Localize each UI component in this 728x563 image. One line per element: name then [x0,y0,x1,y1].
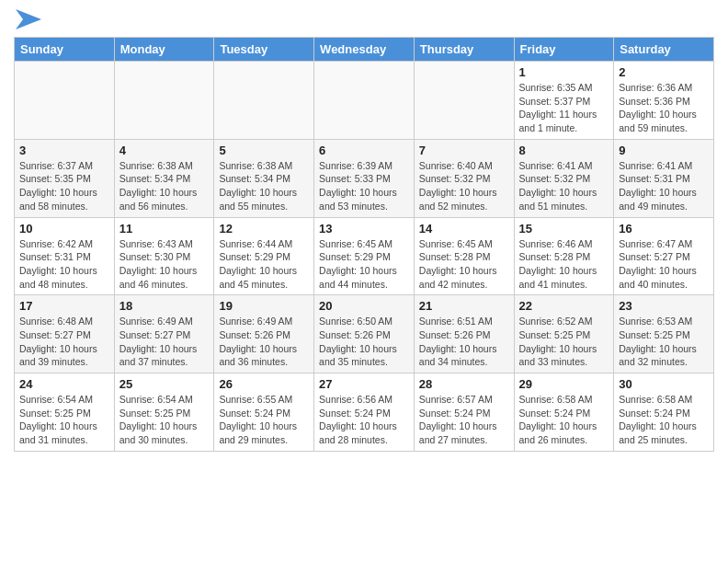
calendar-cell: 1Sunrise: 6:35 AM Sunset: 5:37 PM Daylig… [514,62,614,140]
day-info: Sunrise: 6:39 AM Sunset: 5:33 PM Dayligh… [319,159,409,213]
calendar-cell: 28Sunrise: 6:57 AM Sunset: 5:24 PM Dayli… [414,373,514,452]
calendar-cell [114,62,214,140]
calendar-cell [314,62,415,140]
day-info: Sunrise: 6:56 AM Sunset: 5:24 PM Dayligh… [319,393,409,447]
day-info: Sunrise: 6:38 AM Sunset: 5:34 PM Dayligh… [119,159,210,213]
calendar-cell: 11Sunrise: 6:43 AM Sunset: 5:30 PM Dayli… [114,217,214,295]
day-number: 16 [619,222,709,236]
weekday-header-friday: Friday [514,38,614,62]
logo-icon [16,9,41,29]
day-number: 22 [519,299,609,313]
weekday-header-thursday: Thursday [414,38,514,62]
calendar-week-row: 3Sunrise: 6:37 AM Sunset: 5:35 PM Daylig… [15,139,714,217]
calendar-cell: 4Sunrise: 6:38 AM Sunset: 5:34 PM Daylig… [114,139,214,217]
day-number: 19 [219,299,309,313]
day-info: Sunrise: 6:51 AM Sunset: 5:26 PM Dayligh… [419,315,509,369]
day-number: 10 [19,222,109,236]
calendar-cell: 19Sunrise: 6:49 AM Sunset: 5:26 PM Dayli… [214,295,314,373]
day-number: 8 [519,144,609,157]
calendar-cell: 24Sunrise: 6:54 AM Sunset: 5:25 PM Dayli… [15,373,115,452]
day-info: Sunrise: 6:45 AM Sunset: 5:29 PM Dayligh… [319,237,409,292]
calendar-week-row: 10Sunrise: 6:42 AM Sunset: 5:31 PM Dayli… [15,217,714,295]
day-info: Sunrise: 6:38 AM Sunset: 5:34 PM Dayligh… [219,159,309,213]
calendar-cell: 16Sunrise: 6:47 AM Sunset: 5:27 PM Dayli… [614,217,714,295]
calendar-cell: 25Sunrise: 6:54 AM Sunset: 5:25 PM Dayli… [114,373,214,452]
weekday-header-monday: Monday [114,38,214,62]
calendar-cell: 6Sunrise: 6:39 AM Sunset: 5:33 PM Daylig… [314,139,415,217]
day-info: Sunrise: 6:50 AM Sunset: 5:26 PM Dayligh… [319,315,409,369]
calendar-cell: 29Sunrise: 6:58 AM Sunset: 5:24 PM Dayli… [514,373,614,452]
day-number: 24 [19,377,109,391]
day-info: Sunrise: 6:49 AM Sunset: 5:27 PM Dayligh… [119,315,210,369]
day-info: Sunrise: 6:48 AM Sunset: 5:27 PM Dayligh… [19,315,109,369]
weekday-header-wednesday: Wednesday [314,38,415,62]
day-info: Sunrise: 6:47 AM Sunset: 5:27 PM Dayligh… [619,237,709,292]
day-number: 27 [319,377,409,391]
day-number: 1 [519,65,609,79]
calendar-cell: 27Sunrise: 6:56 AM Sunset: 5:24 PM Dayli… [314,373,415,452]
day-number: 23 [619,299,709,313]
calendar-cell: 5Sunrise: 6:38 AM Sunset: 5:34 PM Daylig… [214,139,314,217]
calendar-cell: 20Sunrise: 6:50 AM Sunset: 5:26 PM Dayli… [314,295,415,373]
day-info: Sunrise: 6:54 AM Sunset: 5:25 PM Dayligh… [119,393,210,447]
calendar-cell: 26Sunrise: 6:55 AM Sunset: 5:24 PM Dayli… [214,373,314,452]
weekday-header-sunday: Sunday [15,38,115,62]
day-number: 18 [119,299,210,313]
calendar-week-row: 1Sunrise: 6:35 AM Sunset: 5:37 PM Daylig… [15,62,714,140]
day-info: Sunrise: 6:58 AM Sunset: 5:24 PM Dayligh… [619,393,709,447]
day-info: Sunrise: 6:41 AM Sunset: 5:32 PM Dayligh… [519,159,609,213]
calendar-week-row: 24Sunrise: 6:54 AM Sunset: 5:25 PM Dayli… [15,373,714,452]
day-info: Sunrise: 6:40 AM Sunset: 5:32 PM Dayligh… [419,159,509,213]
day-number: 30 [619,377,709,391]
day-info: Sunrise: 6:37 AM Sunset: 5:35 PM Dayligh… [19,159,109,213]
weekday-header-tuesday: Tuesday [214,38,314,62]
day-info: Sunrise: 6:35 AM Sunset: 5:37 PM Dayligh… [519,81,609,135]
day-number: 13 [319,222,409,236]
calendar-cell: 10Sunrise: 6:42 AM Sunset: 5:31 PM Dayli… [15,217,115,295]
day-number: 26 [219,377,309,391]
day-info: Sunrise: 6:42 AM Sunset: 5:31 PM Dayligh… [19,237,109,292]
day-info: Sunrise: 6:58 AM Sunset: 5:24 PM Dayligh… [519,393,609,447]
calendar-cell: 13Sunrise: 6:45 AM Sunset: 5:29 PM Dayli… [314,217,415,295]
calendar-body: 1Sunrise: 6:35 AM Sunset: 5:37 PM Daylig… [15,62,714,452]
day-info: Sunrise: 6:41 AM Sunset: 5:31 PM Dayligh… [619,159,709,213]
calendar-cell: 8Sunrise: 6:41 AM Sunset: 5:32 PM Daylig… [514,139,614,217]
day-number: 5 [219,144,309,157]
day-info: Sunrise: 6:49 AM Sunset: 5:26 PM Dayligh… [219,315,309,369]
calendar-cell: 18Sunrise: 6:49 AM Sunset: 5:27 PM Dayli… [114,295,214,373]
day-number: 3 [19,144,109,157]
day-number: 14 [419,222,509,236]
day-number: 11 [119,222,210,236]
day-info: Sunrise: 6:43 AM Sunset: 5:30 PM Dayligh… [119,237,210,292]
day-number: 4 [119,144,210,157]
calendar-cell: 30Sunrise: 6:58 AM Sunset: 5:24 PM Dayli… [614,373,714,452]
day-number: 6 [319,144,409,157]
calendar-cell: 17Sunrise: 6:48 AM Sunset: 5:27 PM Dayli… [15,295,115,373]
svg-marker-0 [16,9,41,29]
day-info: Sunrise: 6:46 AM Sunset: 5:28 PM Dayligh… [519,237,609,292]
day-info: Sunrise: 6:54 AM Sunset: 5:25 PM Dayligh… [19,393,109,447]
calendar-cell: 21Sunrise: 6:51 AM Sunset: 5:26 PM Dayli… [414,295,514,373]
day-info: Sunrise: 6:53 AM Sunset: 5:25 PM Dayligh… [619,315,709,369]
day-number: 21 [419,299,509,313]
calendar-cell: 23Sunrise: 6:53 AM Sunset: 5:25 PM Dayli… [614,295,714,373]
weekday-header-saturday: Saturday [614,38,714,62]
day-info: Sunrise: 6:44 AM Sunset: 5:29 PM Dayligh… [219,237,309,292]
calendar-cell: 12Sunrise: 6:44 AM Sunset: 5:29 PM Dayli… [214,217,314,295]
calendar-cell [414,62,514,140]
calendar-header-row: SundayMondayTuesdayWednesdayThursdayFrid… [15,38,714,62]
day-number: 20 [319,299,409,313]
logo [14,9,41,29]
calendar-cell: 14Sunrise: 6:45 AM Sunset: 5:28 PM Dayli… [414,217,514,295]
day-number: 9 [619,144,709,157]
day-number: 25 [119,377,210,391]
day-info: Sunrise: 6:36 AM Sunset: 5:36 PM Dayligh… [619,81,709,135]
calendar-cell: 3Sunrise: 6:37 AM Sunset: 5:35 PM Daylig… [15,139,115,217]
calendar-cell: 2Sunrise: 6:36 AM Sunset: 5:36 PM Daylig… [614,62,714,140]
day-number: 7 [419,144,509,157]
calendar-week-row: 17Sunrise: 6:48 AM Sunset: 5:27 PM Dayli… [15,295,714,373]
day-number: 29 [519,377,609,391]
calendar-cell: 7Sunrise: 6:40 AM Sunset: 5:32 PM Daylig… [414,139,514,217]
calendar-cell [15,62,115,140]
day-info: Sunrise: 6:55 AM Sunset: 5:24 PM Dayligh… [219,393,309,447]
